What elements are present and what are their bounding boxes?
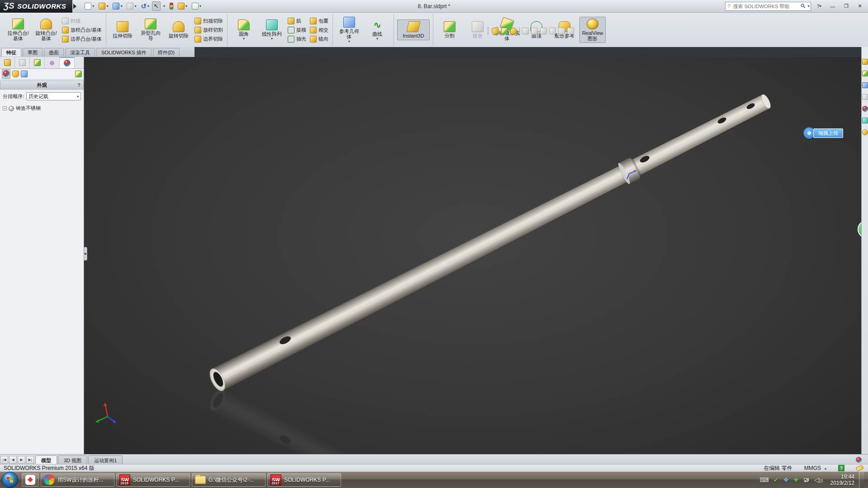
save-button[interactable]: ▾	[111, 1, 124, 11]
search-input[interactable]	[732, 3, 798, 9]
tab-dimxpert[interactable]: ⊕	[45, 57, 60, 68]
taskbar-item-solidworks-2015[interactable]: SW2015 SOLIDWORKS P...	[116, 473, 190, 487]
pinned-app-button[interactable]: ❖	[22, 473, 39, 487]
forum-icon[interactable]	[862, 129, 868, 135]
tab-propertymanager[interactable]	[15, 57, 30, 68]
show-desktop-button[interactable]	[859, 472, 864, 488]
knot-app-icon: ❖	[25, 475, 35, 485]
view-scene-lights-button[interactable]	[21, 71, 28, 77]
select-options-caret[interactable]: ▾	[161, 3, 167, 9]
custom-properties-icon[interactable]	[862, 118, 868, 123]
tab-render-tools[interactable]: 渲染工具	[65, 48, 95, 57]
surface-tool-icon[interactable]	[510, 28, 517, 34]
linear-pattern-button[interactable]: 线性阵列▾	[259, 18, 285, 43]
surface-tool-icon[interactable]	[491, 27, 499, 35]
solidworks-check-tray-icon[interactable]: ✔	[773, 476, 779, 483]
menu-expand-arrow-icon[interactable]	[73, 4, 76, 9]
swept-cut-button[interactable]: 扫描切除	[194, 17, 224, 25]
filter-icon[interactable]	[75, 71, 82, 77]
panel-collapse-handle[interactable]: ◀	[84, 247, 87, 261]
wrap-button[interactable]: 包覆	[309, 17, 329, 25]
split-button[interactable]: 分割	[436, 19, 463, 40]
keyboard-tray-icon[interactable]: ⌨	[760, 476, 769, 483]
tab-scroll-last-button[interactable]: ▶|	[26, 456, 34, 464]
curves-button[interactable]: ∿曲线▾	[364, 18, 390, 43]
draft-button[interactable]: 拔模	[287, 26, 307, 34]
select-button[interactable]: ↖	[152, 1, 161, 11]
rib-button[interactable]: 筋	[287, 17, 307, 25]
intersect-button[interactable]: 相交	[309, 26, 329, 34]
units-selector[interactable]: MMGS ▴	[804, 465, 826, 471]
boundary-cut-button[interactable]: 边界切除	[194, 35, 224, 43]
tab-displaymanager[interactable]	[60, 57, 75, 68]
boundary-boss-button[interactable]: 边界凸台/基体	[61, 35, 103, 43]
graphics-viewport[interactable]: ⊡ ⊞ ↺ ◪▾ ▣▾ ◫▾ ∞▾ ▾ ◍▾ ◧▾ ◰ ◱ ― ✕	[84, 57, 861, 454]
taskbar-item-document[interactable]: 用SW设计的连杆...	[41, 473, 114, 487]
tab-features[interactable]: 特征	[1, 48, 21, 57]
network-tray-icon[interactable]: 🖳︎	[803, 476, 810, 483]
lofted-cut-button[interactable]: 放样切割	[194, 26, 224, 34]
tab-3d-views[interactable]: 3D 视图	[58, 455, 87, 464]
solidworks-resources-icon[interactable]	[862, 59, 868, 65]
tab-weldments[interactable]: 焊件(D)	[153, 48, 180, 57]
tab-motion-study[interactable]: 运动算例1	[88, 455, 123, 464]
knot-tray-icon[interactable]: ❖	[783, 476, 789, 483]
tab-sketch[interactable]: 草图	[23, 48, 43, 57]
hole-wizard-button[interactable]: 异型孔向导	[138, 17, 164, 43]
drag-upload-overlay[interactable]: ❖ 拖拽上传	[803, 127, 843, 139]
appearances-scenes-icon[interactable]	[862, 106, 868, 112]
design-library-icon[interactable]	[862, 71, 868, 76]
extruded-cut-button[interactable]: 拉伸切除	[109, 19, 136, 40]
lofted-boss-button[interactable]: 放样凸台/基体	[61, 26, 103, 34]
view-appearances-button[interactable]	[2, 69, 10, 79]
mirror-button[interactable]: 镜向	[309, 35, 329, 43]
volume-tray-icon[interactable]: ◁)))	[814, 476, 823, 483]
tab-solidworks-addins[interactable]: SOLIDWORKS 插件	[96, 48, 152, 57]
status-help-icon[interactable]: ?	[838, 465, 844, 471]
options-button[interactable]: ▾	[176, 1, 189, 11]
tab-featuremanager[interactable]	[0, 57, 15, 68]
rebuild-button[interactable]	[168, 1, 175, 11]
undo-button[interactable]: ↺▾	[139, 1, 151, 12]
file-explorer-icon[interactable]	[862, 82, 868, 88]
reference-geometry-button[interactable]: 参考几何体▾	[336, 15, 362, 45]
realview-graphics-button[interactable]: RealView图形	[579, 17, 606, 43]
bar-model-rendering[interactable]	[84, 57, 861, 454]
minimize-button[interactable]: —	[827, 2, 838, 10]
sort-order-dropdown[interactable]: 历史记载 ▾	[26, 92, 81, 100]
appearance-tree-item[interactable]: + 铸造不锈钢	[0, 103, 84, 114]
view-palette-icon[interactable]	[862, 94, 868, 100]
tab-scroll-first-button[interactable]: |◀	[0, 456, 8, 464]
file-properties-button[interactable]: ▾	[190, 1, 203, 11]
tab-surfaces[interactable]: 曲面	[44, 48, 64, 57]
revolved-cut-button[interactable]: 旋转切除	[166, 19, 192, 40]
revolved-boss-button[interactable]: 旋转凸台/基体	[33, 17, 59, 43]
instant3d-button[interactable]: Instant3D	[397, 19, 430, 40]
new-document-button[interactable]: ▾	[83, 1, 96, 11]
taskbar-clock[interactable]: 19:44 2019/2/12	[828, 474, 854, 486]
fillet-button[interactable]: 圆角▾	[231, 18, 257, 43]
tab-scroll-prev-button[interactable]: ◀	[9, 456, 17, 464]
taskbar-item-folder[interactable]: G:\微信公众号\2-...	[192, 473, 266, 487]
help-button[interactable]: ?▾	[814, 2, 825, 10]
taskbar-item-solidworks-2017[interactable]: SW2017 SOLIDWORKS P...	[267, 473, 341, 487]
close-button[interactable]: ✕	[854, 2, 865, 10]
antivirus-shield-tray-icon[interactable]: ✚	[793, 476, 799, 483]
tab-configurationmanager[interactable]	[30, 57, 45, 68]
search-caret-icon[interactable]: ▾	[808, 4, 810, 8]
surface-tool-icon[interactable]	[501, 28, 508, 34]
shell-button[interactable]: 抽壳	[287, 35, 307, 43]
restore-button[interactable]: ❐	[841, 2, 852, 10]
print-button[interactable]: ▾	[125, 1, 138, 11]
view-decals-button[interactable]	[12, 71, 19, 77]
web-globe-icon[interactable]	[856, 457, 862, 463]
heads-up-view-toolbar: ⊡ ⊞ ↺ ◪▾ ▣▾ ◫▾ ∞▾ ▾ ◍▾ ◧▾	[391, 57, 488, 58]
extruded-boss-button[interactable]: 拉伸凸台/基体	[5, 17, 31, 43]
tab-model[interactable]: 模型	[35, 455, 57, 464]
tab-scroll-next-button[interactable]: ▶	[18, 456, 25, 464]
expand-plus-icon[interactable]: +	[3, 106, 7, 110]
panel-help-icon[interactable]: ?	[77, 82, 81, 88]
start-button[interactable]	[2, 472, 18, 488]
open-button[interactable]: ▾	[97, 1, 110, 11]
search-icon[interactable]: 🔍︎	[800, 3, 806, 9]
